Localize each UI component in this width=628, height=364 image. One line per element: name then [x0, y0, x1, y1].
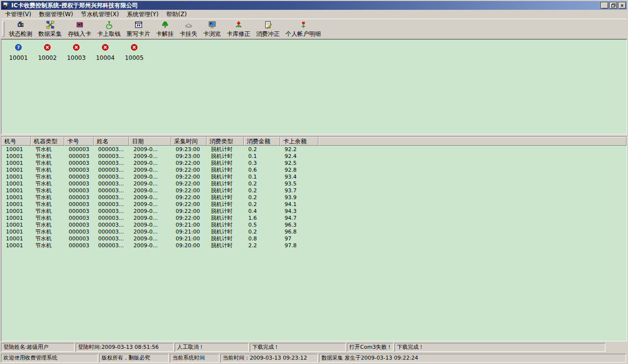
- table-cell: 000003...: [94, 229, 129, 235]
- table-row[interactable]: 10001节水机000003000003...2009-0...09:23:00…: [1, 146, 627, 153]
- menu-item-1[interactable]: 卡管理(V): [1, 10, 35, 19]
- table-cell: 09:22:00: [171, 208, 207, 214]
- account-detail-tulip-icon: [299, 21, 308, 30]
- table-row[interactable]: 10001节水机000003000003...2009-0...09:22:00…: [1, 180, 627, 187]
- toolbar-button-label: 卡解挂: [156, 31, 174, 37]
- toolbar-button-rewrite-card[interactable]: 重写卡片: [124, 20, 153, 38]
- table-row[interactable]: 10001节水机000003000003...2009-0...09:22:00…: [1, 173, 627, 180]
- table-cell: 2009-0...: [129, 229, 171, 235]
- error-icon: [44, 44, 51, 53]
- deposit-money-icon: [76, 21, 84, 30]
- column-header-5[interactable]: 日期: [129, 137, 171, 146]
- toolbar-button-account-detail-tulip[interactable]: 个人帐户明细: [283, 20, 324, 38]
- column-header-6[interactable]: 采集时间: [171, 137, 207, 146]
- minimize-button[interactable]: _: [601, 2, 608, 9]
- table-row[interactable]: 10001节水机000003000003...2009-0...09:21:00…: [1, 235, 627, 242]
- column-header-3[interactable]: 卡号: [64, 137, 94, 146]
- table-cell: 0.2: [244, 229, 280, 235]
- column-header-2[interactable]: 机器类型: [31, 137, 64, 146]
- table-cell: 000003: [64, 208, 94, 214]
- table-row[interactable]: 10001节水机000003000003...2009-0...09:22:00…: [1, 166, 627, 173]
- status-check-icon: [17, 21, 25, 30]
- table-cell: 脱机计时: [207, 146, 244, 153]
- table-row[interactable]: 10001节水机000003000003...2009-0...09:20:00…: [1, 242, 627, 249]
- toolbar-button-card-db-fix-flower[interactable]: 卡库修正: [224, 20, 253, 38]
- menu-item-4[interactable]: 系统管理(Y): [123, 10, 162, 19]
- table-cell: 0.2: [244, 146, 280, 153]
- table-cell: 000003: [64, 146, 94, 153]
- status-bar-bottom: 欢迎使用收费管理系统版权所有，翻版必究当前系统时间当前时间：2009-03-13…: [1, 353, 627, 363]
- table-cell: 09:23:00: [171, 146, 207, 153]
- table-cell: 脱机计时: [207, 187, 244, 194]
- device-item-10001[interactable]: ?10001: [7, 44, 29, 61]
- column-header-4[interactable]: 姓名: [94, 137, 129, 146]
- table-cell: 94.1: [280, 201, 318, 208]
- table-cell: 0.1: [244, 153, 280, 159]
- close-button[interactable]: ×: [618, 2, 626, 9]
- toolbar-button-card-browse-monitor[interactable]: 卡浏览: [200, 20, 224, 38]
- toolbar-grip[interactable]: [2, 21, 4, 37]
- toolbar-button-data-collect[interactable]: 数据采集: [35, 20, 65, 38]
- table-cell: 脱机计时: [207, 228, 244, 235]
- table-cell: 10001: [1, 160, 31, 166]
- help-icon: ?: [15, 44, 22, 53]
- table-row[interactable]: 10001节水机000003000003...2009-0...09:22:00…: [1, 214, 627, 221]
- toolbar-button-withdraw-money[interactable]: 卡上取钱: [94, 20, 124, 38]
- table-cell: 0.8: [244, 235, 280, 242]
- table-row[interactable]: 10001节水机000003000003...2009-0...09:23:00…: [1, 153, 627, 159]
- menu-item-2[interactable]: 数据管理(W): [35, 10, 77, 19]
- table-row[interactable]: 10001节水机000003000003...2009-0...09:22:00…: [1, 194, 627, 201]
- device-item-10003[interactable]: 10003: [65, 44, 87, 61]
- table-cell: 09:22:00: [171, 160, 207, 166]
- table-cell: 000003: [64, 174, 94, 180]
- device-item-10002[interactable]: 10002: [36, 44, 58, 61]
- status-panel-top-4: 下载完成！: [250, 343, 346, 352]
- device-item-10004[interactable]: 10004: [94, 44, 116, 61]
- toolbar-button-consume-reversal-doc[interactable]: 消费冲正: [253, 20, 283, 38]
- status-panel-top-5: 打开Com3失败！: [347, 343, 393, 352]
- toolbar-button-card-loss-hat[interactable]: 卡挂失: [177, 20, 200, 38]
- toolbar-button-status-check[interactable]: 状态检测: [6, 20, 35, 38]
- table-cell: 节水机: [31, 180, 64, 187]
- table-cell: 000003...: [94, 146, 129, 153]
- column-header-7[interactable]: 消费类型: [207, 137, 244, 146]
- column-header-9[interactable]: 卡上余额: [280, 137, 318, 146]
- table-cell: 10001: [1, 229, 31, 235]
- table-cell: 节水机: [31, 173, 64, 181]
- toolbar-button-label: 状态检测: [9, 31, 32, 37]
- toolbar-button-label: 存钱入卡: [68, 31, 91, 37]
- status-panel-top-2: 登陆时间:2009-03-13 08:51:56: [76, 343, 174, 352]
- menu-item-5[interactable]: 帮助(Z): [162, 10, 191, 19]
- device-item-10005[interactable]: 10005: [123, 44, 145, 61]
- table-cell: 000003...: [94, 215, 129, 221]
- toolbar-button-label: 卡浏览: [203, 31, 221, 37]
- column-header-8[interactable]: 消费金额: [244, 137, 280, 146]
- table-row[interactable]: 10001节水机000003000003...2009-0...09:22:00…: [1, 201, 627, 208]
- status-panel-top-6: 下载完成！: [394, 343, 605, 352]
- toolbar-button-card-unsuspend-tree[interactable]: 卡解挂: [153, 20, 177, 38]
- column-header-1[interactable]: 机号: [1, 137, 31, 146]
- table-row[interactable]: 10001节水机000003000003...2009-0...09:21:00…: [1, 221, 627, 228]
- table-cell: 节水机: [31, 159, 64, 167]
- table-cell: 000003: [64, 181, 94, 187]
- table-cell: 09:22:00: [171, 181, 207, 187]
- table-cell: 节水机: [31, 235, 64, 242]
- table-cell: 000003: [64, 215, 94, 221]
- card-browse-monitor-icon: [208, 21, 216, 30]
- table-cell: 97.8: [280, 242, 318, 249]
- device-status-panel: ?1000110002100031000410005: [1, 39, 627, 134]
- table-row[interactable]: 10001节水机000003000003...2009-0...09:22:00…: [1, 208, 627, 214]
- table-cell: 09:22:00: [171, 174, 207, 180]
- table-cell: 10001: [1, 208, 31, 214]
- device-id-label: 10004: [96, 54, 114, 61]
- table-cell: 脱机计时: [207, 159, 244, 167]
- status-panel-top-1: 登陆姓名:超级用户: [1, 343, 75, 352]
- toolbar-button-deposit-money[interactable]: 存钱入卡: [65, 20, 94, 38]
- table-cell: 09:23:00: [171, 153, 207, 159]
- table-row[interactable]: 10001节水机000003000003...2009-0...09:22:00…: [1, 159, 627, 166]
- table-row[interactable]: 10001节水机000003000003...2009-0...09:22:00…: [1, 187, 627, 194]
- table-cell: 脱机计时: [207, 242, 244, 249]
- menu-item-3[interactable]: 节水机管理(X): [77, 10, 123, 19]
- table-row[interactable]: 10001节水机000003000003...2009-0...09:21:00…: [1, 228, 627, 235]
- restore-button[interactable]: [609, 2, 617, 9]
